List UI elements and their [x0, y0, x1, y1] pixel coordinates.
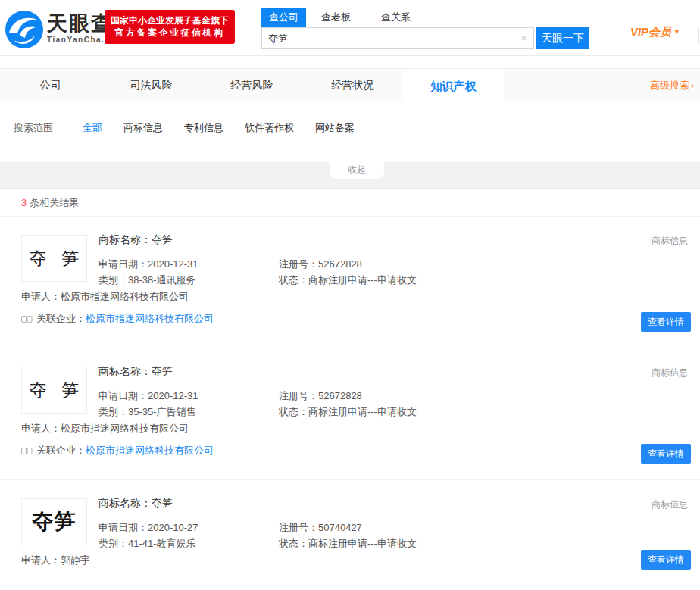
view-details-button[interactable]: 查看详情 [641, 444, 691, 464]
results-count-number: 3 [21, 197, 27, 208]
vip-member-menu[interactable]: VIP会员▼ [630, 25, 680, 39]
company-icon [21, 314, 33, 324]
results-panel: 3条相关结果 商标信息 夺 笋 商标名称：夺笋 申请日期：2020-12-31 … [0, 188, 700, 590]
trademark-right-fields: 注册号：52672828 状态：商标注册申请---申请收文 [279, 256, 417, 288]
reg-no-row: 注册号：52672828 [279, 256, 417, 272]
related-company-link[interactable]: 松原市指迷网络科技有限公司 [86, 444, 214, 457]
filter-option-all[interactable]: 全部 [83, 121, 102, 135]
related-company-row: 关联企业： 松原市指迷网络科技有限公司 [21, 312, 214, 326]
category-value: 38-38-通讯服务 [128, 274, 196, 286]
filter-scope-label: 搜索范围 [14, 121, 53, 135]
vip-dropdown-arrow-icon: ▼ [673, 28, 680, 36]
filter-option-patent[interactable]: 专利信息 [184, 121, 223, 135]
clear-search-icon[interactable]: × [520, 33, 527, 44]
search-area: 查公司 查老板 查关系 × 天眼一下 [261, 8, 590, 49]
applicant-row: 申请人：松原市指迷网络科技有限公司 [21, 422, 189, 435]
filter-divider [67, 123, 67, 133]
search-input[interactable] [262, 28, 533, 48]
applicant-row: 申请人：松原市指迷网络科技有限公司 [21, 290, 189, 304]
trademark-result-card: 商标信息 夺 笋 商标名称：夺笋 申请日期：2020-12-31 类别：38-3… [0, 217, 700, 348]
category-row: 类别：41-41-教育娱乐 [98, 535, 198, 551]
search-tabs: 查公司 查老板 查关系 [261, 8, 590, 27]
trademark-result-card: 商标信息 夺笋 商标名称：夺笋 申请日期：2020-10-27 类别：41-41… [0, 480, 700, 590]
related-company-link[interactable]: 松原市指迷网络科技有限公司 [86, 312, 214, 326]
category-row: 类别：38-38-通讯服务 [98, 272, 198, 288]
apply-date-row: 申请日期：2020-10-27 [98, 520, 198, 535]
trademark-left-fields: 申请日期：2020-12-31 类别：38-38-通讯服务 [98, 256, 198, 288]
column-divider [267, 521, 267, 551]
search-input-wrap: × [261, 27, 534, 49]
apply-date-label: 申请日期： [98, 258, 148, 270]
trademark-left-fields: 申请日期：2020-10-27 类别：41-41-教育娱乐 [98, 520, 198, 551]
category-value: 41-41-教育娱乐 [128, 538, 196, 549]
result-type-badge: 商标信息 [652, 367, 688, 379]
trademark-image[interactable]: 夺笋 [21, 498, 87, 545]
trademark-name: 商标名称：夺笋 [98, 497, 173, 510]
applicant-value: 郭静宇 [61, 554, 90, 566]
category-label: 类别： [98, 274, 128, 286]
search-button[interactable]: 天眼一下 [536, 27, 589, 49]
header: 天眼查 TianYanCha.com 国家中小企业发展子基金旗下 官方备案企业征… [0, 0, 700, 56]
trademark-result-card: 商标信息 夺 笋 商标名称：夺笋 申请日期：2020-12-31 类别：35-3… [0, 348, 700, 480]
reg-no-label: 注册号： [279, 390, 318, 401]
header-divider [698, 27, 699, 44]
result-type-badge: 商标信息 [652, 235, 688, 248]
apply-date-label: 申请日期： [98, 390, 148, 401]
chevron-right-icon: › [691, 80, 694, 91]
reg-no-label: 注册号： [279, 258, 318, 270]
apply-date-label: 申请日期： [98, 522, 148, 533]
category-nav: 公司 司法风险 经营风险 经营状况 知识产权 高级搜索› [0, 68, 700, 101]
status-value: 商标注册申请---申请收文 [308, 538, 417, 549]
view-details-button[interactable]: 查看详情 [641, 550, 691, 570]
category-value: 35-35-广告销售 [128, 406, 196, 417]
filter-panel: 搜索范围 全部 商标信息 专利信息 软件著作权 网站备案 [0, 101, 700, 162]
status-label: 状态： [279, 274, 308, 286]
search-tab-boss[interactable]: 查老板 [314, 8, 358, 27]
tianyancha-logo-icon[interactable] [5, 10, 44, 49]
filter-option-trademark[interactable]: 商标信息 [123, 121, 163, 135]
badge-line2: 官方备案企业征信机构 [105, 27, 235, 39]
applicant-label: 申请人： [21, 554, 61, 566]
related-company-label: 关联企业： [36, 444, 86, 457]
page: 天眼查 TianYanCha.com 国家中小企业发展子基金旗下 官方备案企业征… [0, 0, 700, 590]
category-label: 类别： [98, 538, 128, 549]
advanced-search-label: 高级搜索 [650, 80, 689, 91]
trademark-name-value: 夺笋 [152, 497, 173, 509]
trademark-image[interactable]: 夺 笋 [21, 367, 87, 414]
trademark-name: 商标名称：夺笋 [98, 233, 173, 247]
badge-line1: 国家中小企业发展子基金旗下 [105, 14, 235, 27]
trademark-name-label: 商标名称： [98, 365, 152, 377]
filter-option-website-record[interactable]: 网站备案 [315, 121, 355, 135]
filter-row: 搜索范围 全部 商标信息 专利信息 软件著作权 网站备案 [14, 121, 376, 135]
search-tab-relation[interactable]: 查关系 [373, 8, 418, 27]
reg-no-label: 注册号： [279, 522, 318, 533]
status-label: 状态： [279, 538, 308, 549]
vip-label: VIP会员 [630, 25, 671, 38]
column-divider [267, 389, 267, 420]
company-icon [21, 446, 33, 456]
reg-no-value: 52672828 [318, 390, 362, 401]
collapse-button[interactable]: 收起 [330, 162, 384, 179]
search-tab-company[interactable]: 查公司 [261, 8, 306, 27]
trademark-image[interactable]: 夺 笋 [21, 235, 87, 282]
result-type-badge: 商标信息 [652, 498, 688, 511]
apply-date-value: 2020-12-31 [148, 258, 198, 270]
related-company-label: 关联企业： [36, 312, 86, 326]
category-row: 类别：35-35-广告销售 [98, 404, 198, 420]
trademark-left-fields: 申请日期：2020-12-31 类别：35-35-广告销售 [98, 388, 198, 420]
view-details-button[interactable]: 查看详情 [641, 312, 691, 332]
trademark-name-label: 商标名称： [98, 233, 152, 245]
advanced-search-link[interactable]: 高级搜索› [650, 69, 694, 102]
status-value: 商标注册申请---申请收文 [308, 406, 417, 417]
trademark-name-value: 夺笋 [152, 365, 173, 377]
trademark-name-label: 商标名称： [98, 497, 152, 509]
applicant-value: 松原市指迷网络科技有限公司 [61, 291, 189, 302]
reg-no-value: 52672828 [318, 258, 362, 270]
search-box-row: × 天眼一下 [261, 27, 590, 49]
category-label: 类别： [98, 406, 128, 417]
related-company-row: 关联企业： 松原市指迷网络科技有限公司 [21, 444, 214, 457]
reg-no-value: 50740427 [318, 522, 362, 533]
tab-intellectual-property[interactable]: 知识产权 [403, 69, 504, 111]
trademark-right-fields: 注册号：50740427 状态：商标注册申请---申请收文 [279, 520, 417, 551]
filter-option-software-copyright[interactable]: 软件著作权 [245, 121, 294, 135]
